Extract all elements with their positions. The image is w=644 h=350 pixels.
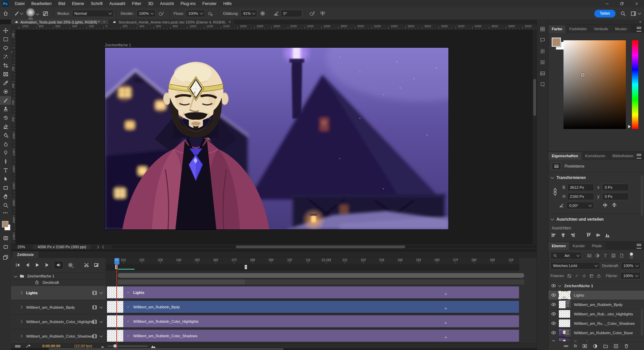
artboard-label[interactable]: Zeichenfläche 1 (105, 43, 131, 47)
layer-thumbnail[interactable] (558, 319, 571, 327)
panel-info-icon[interactable] (540, 26, 545, 32)
layer-thumbnail[interactable] (558, 291, 571, 299)
menu-bild[interactable]: Bild (55, 0, 69, 7)
layer-mask-button[interactable] (582, 343, 587, 348)
status-prev-icon[interactable] (102, 245, 106, 249)
brush-tool[interactable] (0, 96, 11, 105)
blend-mode-dropdown[interactable]: Normal (72, 10, 114, 17)
height-field[interactable]: 2160 Px (567, 193, 594, 200)
timeline-clip-lights[interactable]: ›Lights (107, 286, 519, 299)
tab-eigenschaften[interactable]: Eigenschaften (548, 152, 582, 160)
magic-wand-tool[interactable] (0, 52, 11, 61)
pen-tool[interactable] (0, 157, 11, 166)
layer-row[interactable]: Willibert_am_Ru..._Color_Shadows (548, 319, 644, 328)
timeline-tab[interactable]: Zeitleiste (12, 251, 39, 258)
tab-farbfelder[interactable]: Farbfelder (566, 25, 590, 33)
y-field[interactable]: 0 Px (602, 193, 629, 200)
stopwatch-icon[interactable] (35, 280, 39, 285)
hue-slider[interactable] (632, 40, 638, 129)
tab-korrekturen[interactable]: Korrekturen (582, 152, 609, 160)
smoothing-dropdown[interactable]: 41% (240, 10, 257, 17)
align-middle-v-button[interactable] (595, 232, 601, 238)
timeline-group-row[interactable]: Zeichenfläche 1 (11, 273, 106, 279)
workspace-chevron-icon[interactable] (638, 11, 641, 15)
canvas-vertical-scrollbar[interactable] (533, 30, 537, 244)
menu-schrift[interactable]: Schrift (88, 0, 106, 7)
workspace-switcher[interactable] (631, 11, 636, 16)
path-select-tool[interactable] (0, 175, 11, 183)
blend-mode-select[interactable]: Weiches Licht (550, 262, 600, 269)
foreground-color-swatch[interactable] (2, 221, 8, 227)
zoom-out-timeline-icon[interactable] (101, 344, 105, 348)
rotate-angle-field[interactable]: 0,00° (567, 202, 594, 209)
layer-filter-search[interactable]: Art (550, 252, 582, 259)
timeline-scrollbar[interactable] (11, 348, 537, 350)
panel-foreground-swatch[interactable] (552, 38, 561, 47)
align-right-button[interactable] (570, 232, 575, 238)
document-tab[interactable]: Storyboard_Horde_Anime-Intro.psdc bei 10… (109, 19, 235, 25)
quick-mask-button[interactable] (0, 234, 11, 243)
close-tab-icon[interactable]: × (229, 20, 231, 25)
crop-tool[interactable] (0, 61, 11, 70)
lock-transparent-button[interactable] (567, 273, 572, 278)
transition-button[interactable] (94, 262, 99, 268)
eraser-tool[interactable] (0, 122, 11, 131)
menu-fenster[interactable]: Fenster (199, 0, 220, 7)
menu-datei[interactable]: Datei (11, 0, 28, 7)
visibility-eye-icon[interactable] (548, 330, 558, 335)
brush-angle-field[interactable]: 0° (281, 10, 302, 17)
layer-row[interactable]: Willibert_an_Rubbeln_Color_Base (548, 328, 644, 338)
new-adjustment-layer-button[interactable] (593, 343, 598, 348)
layers-scrollbar[interactable] (641, 308, 643, 336)
work-area-end-marker[interactable] (245, 265, 247, 269)
layer-thumbnail[interactable] (558, 329, 571, 337)
color-picker-marker[interactable] (580, 73, 585, 77)
timeline-track-label[interactable]: Lights (11, 286, 106, 300)
layer-opacity-field[interactable]: 100% (621, 262, 641, 269)
minimize-button[interactable] (600, 0, 614, 7)
visibility-eye-icon[interactable] (548, 321, 558, 326)
smart-object-filter-button[interactable] (619, 253, 624, 258)
menu-filter[interactable]: Filter (128, 0, 145, 7)
pressure-opacity-icon[interactable] (158, 11, 164, 16)
canvas-horizontal-scrollbar[interactable] (112, 245, 541, 249)
shape-layer-filter-button[interactable] (611, 253, 616, 258)
visibility-eye-icon[interactable] (548, 283, 558, 288)
lasso-tool[interactable] (0, 44, 11, 52)
collapse-dock-icon[interactable]: » (639, 19, 641, 24)
smudge-tool[interactable] (0, 140, 11, 148)
collapsed-panel-icon[interactable] (0, 253, 11, 262)
timeline-track-label[interactable]: Willibert_am_Rubbeln_Color_Highlights (11, 314, 106, 329)
menu-bearbeiten[interactable]: Bearbeiten (28, 0, 55, 7)
properties-scrollbar[interactable] (641, 175, 643, 216)
add-media-button[interactable]: + (442, 305, 449, 311)
align-bottom-button[interactable] (605, 232, 610, 238)
playhead[interactable] (114, 258, 119, 265)
artboard-canvas[interactable] (105, 48, 448, 229)
layer-row[interactable]: Willibert_am_Rub...olor_Highlights (548, 309, 644, 319)
transform-section-header[interactable]: Transformieren (551, 175, 586, 180)
layer-row[interactable]: Lights (548, 291, 644, 300)
close-button[interactable] (629, 0, 644, 7)
link-layers-button[interactable] (564, 343, 569, 348)
timeline-track-label[interactable]: Willibert_am_Rubbeln_Color_Shadows (11, 329, 106, 343)
next-frame-button[interactable] (44, 262, 50, 268)
new-group-button[interactable] (603, 343, 608, 348)
current-time-display[interactable]: 0:00:00:00 (42, 344, 60, 348)
tab-muster[interactable]: Muster (612, 25, 630, 33)
transform-link-icon[interactable] (552, 187, 558, 196)
add-media-button[interactable]: + (442, 334, 449, 340)
layers-panel-menu-icon[interactable] (637, 244, 641, 249)
timeline-opacity-row[interactable]: Deckkraft (11, 279, 106, 285)
align-top-button[interactable] (586, 232, 591, 238)
pressure-size-icon[interactable] (309, 11, 315, 16)
menu-3d[interactable]: 3D (145, 0, 157, 7)
timeline-track-area[interactable]: 01f02f03f04f05f06f07f08f09f10f11f01:00f0… (106, 258, 519, 343)
visibility-eye-icon[interactable] (548, 293, 558, 298)
timeline-track-label[interactable]: Willibert_am_Rubbeln_Bpdy (11, 300, 106, 314)
layer-effects-button[interactable]: fx (574, 344, 577, 348)
status-next-icon[interactable] (96, 245, 99, 249)
type-tool[interactable] (0, 166, 11, 175)
properties-panel-menu-icon[interactable] (637, 154, 641, 159)
canvas-pasteboard[interactable]: Zeichenfläche 1 (15, 30, 533, 244)
